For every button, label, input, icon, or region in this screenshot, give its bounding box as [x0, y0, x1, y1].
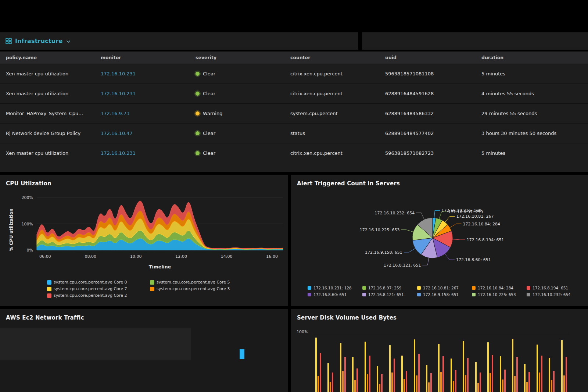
pie-legend-item[interactable]: 172.16.8.194: 651 [527, 286, 581, 290]
disk-bar-cluster [561, 340, 567, 392]
alert-pie-chart[interactable]: 172.16.10.231: 128172.16.8.97: 259172.16… [291, 175, 588, 285]
policy-name-cell: Xen master cpu utilization [0, 84, 95, 104]
alert-table-row: Rj Network device Group Policy172.16.10.… [0, 124, 588, 143]
disk-bar [475, 362, 477, 392]
severity-dot [196, 92, 200, 96]
legend-swatch [472, 286, 476, 290]
column-header-duration[interactable]: duration [476, 51, 588, 64]
pie-leader-line [404, 249, 415, 252]
pie-callout-label: 172.16.8.60: 651 [456, 257, 491, 262]
disk-bar [463, 341, 464, 392]
pie-callout-label: 172.16.10.81: 267 [456, 214, 494, 219]
pie-legend-item[interactable]: 172.16.8.121: 651 [362, 292, 417, 297]
pie-legend-item[interactable]: 172.16.10.225: 653 [472, 292, 527, 297]
disk-bar [551, 380, 552, 392]
column-header-monitor[interactable]: monitor [95, 51, 190, 64]
disk-bar [541, 356, 542, 392]
disk-bar [477, 383, 479, 392]
table-header-row: policy.namemonitorseveritycounteruuiddur… [0, 51, 588, 64]
legend-swatch [527, 286, 530, 290]
disk-bar [381, 374, 383, 392]
pie-callout-label: 172.16.10.84: 284 [463, 222, 500, 227]
severity-dot [196, 72, 200, 76]
legend-label: 172.16.10.232: 654 [533, 292, 571, 297]
duration-cell: 5 minutes [476, 143, 588, 163]
disk-bar [442, 356, 444, 392]
pie-legend-item[interactable]: 172.16.10.232: 654 [527, 292, 581, 297]
disk-bar [352, 357, 354, 392]
disk-bar [340, 343, 341, 392]
dashboard-title[interactable]: Infrastructure [15, 38, 63, 44]
monitor-ip-link[interactable]: 172.16.10.231 [101, 71, 136, 76]
legend-swatch [527, 293, 530, 296]
cpu-legend-item[interactable]: system.cpu.core.percent.avg Core 3 [150, 286, 230, 291]
monitor-ip-link[interactable]: 172.16.10.47 [101, 131, 133, 136]
cpu-legend-item[interactable]: system.cpu.core.percent.avg Core 2 [47, 293, 150, 298]
policy-name-cell: Xen master cpu utilization [0, 64, 95, 84]
pie-legend-item[interactable]: 172.16.8.97: 259 [362, 286, 417, 290]
disk-bar [502, 379, 503, 392]
pie-callout-label: 172.16.10.232: 654 [375, 211, 415, 215]
chevron-down-icon[interactable] [66, 40, 71, 43]
pie-legend-item[interactable]: 172.16.9.158: 651 [417, 292, 472, 297]
monitor-ip-link[interactable]: 172.16.10.231 [101, 91, 136, 96]
column-header-uuid[interactable]: uuid [379, 51, 476, 64]
pie-leader-line [453, 239, 465, 240]
disk-bar-cluster [315, 338, 321, 392]
disk-bar-cluster [537, 345, 542, 392]
disk-bar [418, 354, 420, 392]
cpu-y-tick-label: 100% [22, 222, 33, 227]
disk-bar [524, 364, 526, 392]
cpu-x-tick-label: 16:00 [266, 254, 278, 259]
policy-name-cell: Xen master cpu utilization [0, 143, 95, 163]
duration-cell: 4 minutes 55 seconds [476, 84, 588, 104]
monitor-ip-link[interactable]: 172.16.9.73 [101, 111, 130, 116]
legend-swatch [47, 287, 51, 291]
cpu-legend-item[interactable]: system.cpu.core.percent.avg Core 7 [47, 286, 150, 291]
pie-leader-line [422, 258, 429, 265]
legend-label: 172.16.8.97: 259 [368, 286, 401, 290]
legend-swatch [308, 286, 311, 290]
disk-bar-chart[interactable] [315, 309, 567, 392]
cpu-legend-item[interactable]: system.cpu.core.percent.avg Core 5 [150, 280, 230, 285]
disk-bar-cluster [426, 365, 432, 392]
disk-bar [406, 371, 407, 392]
duration-cell: 3 hours 30 minutes 50 seconds [476, 124, 588, 143]
disk-bar [526, 382, 528, 392]
disk-bar-cluster [389, 345, 395, 392]
disk-bar [453, 381, 454, 392]
disk-bar [330, 382, 331, 392]
disk-bar [404, 379, 405, 392]
column-header-severity[interactable]: severity [190, 51, 284, 64]
monitor-ip-link[interactable]: 172.16.10.231 [101, 150, 136, 156]
legend-swatch [417, 286, 421, 290]
cpu-legend-item[interactable]: system.cpu.core.percent.avg Core 0 [47, 280, 150, 285]
disk-bar [440, 372, 442, 392]
header-right-panel [362, 32, 588, 50]
pie-leader-line [416, 213, 424, 220]
pie-legend-item[interactable]: 172.16.8.60: 651 [308, 292, 362, 297]
disk-bar [356, 368, 358, 392]
cpu-area-chart[interactable]: 0%100%200%06:0008:0010:0012:0014:0016:00 [0, 193, 288, 265]
pie-callout-label: 172.16.8.194: 651 [467, 238, 504, 242]
legend-label: 172.16.10.225: 653 [478, 292, 516, 297]
column-header-policy-name[interactable]: policy.name [0, 51, 95, 64]
disk-bar-cluster [549, 358, 555, 392]
disk-bar-cluster [475, 362, 481, 392]
pie-legend-item[interactable]: 172.16.10.231: 128 [308, 286, 362, 290]
alert-table-row: Xen master cpu utilization172.16.10.231C… [0, 64, 588, 84]
disk-bar [512, 339, 513, 392]
pie-legend-item[interactable]: 172.16.10.84: 284 [472, 286, 527, 290]
legend-label: 172.16.9.158: 651 [423, 292, 459, 297]
counter-cell: citrix.xen.cpu.percent [284, 84, 379, 104]
severity-cell: Clear [196, 91, 279, 96]
disk-y-tick-label: 100% [297, 329, 308, 334]
disk-bar [500, 356, 501, 392]
pie-legend-item[interactable]: 172.16.10.81: 267 [417, 286, 472, 290]
column-header-counter[interactable]: counter [284, 51, 379, 64]
aws-chart-area [0, 328, 191, 360]
alert-count-pie-panel: Alert Triggered Count in Servers 172.16.… [291, 175, 588, 306]
severity-label: Clear [203, 131, 215, 136]
severity-label: Clear [203, 71, 215, 76]
legend-label: system.cpu.core.percent.avg Core 5 [157, 280, 230, 285]
